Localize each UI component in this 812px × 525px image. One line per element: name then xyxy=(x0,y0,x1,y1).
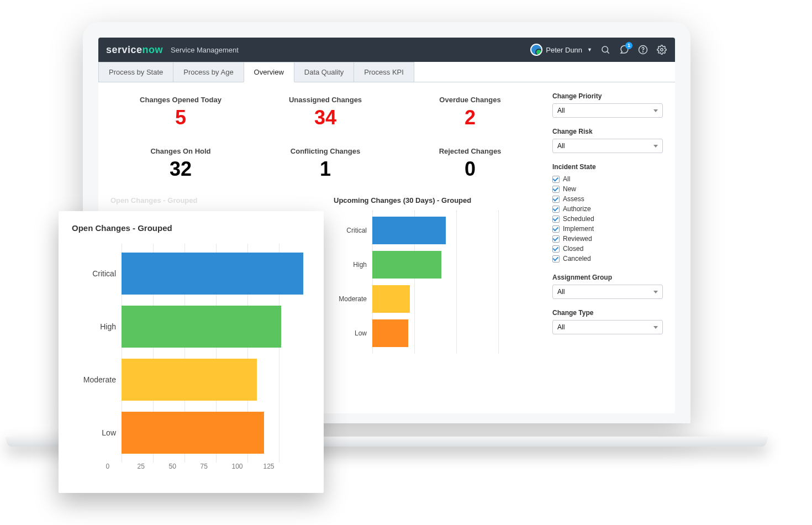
brand-logo: servicenow xyxy=(106,44,163,56)
bar-row-moderate[interactable]: Moderate xyxy=(372,282,540,316)
bar xyxy=(372,285,410,313)
kpi-title: Unassigned Changes xyxy=(255,96,396,104)
bar-label: Moderate xyxy=(72,375,116,384)
bar xyxy=(372,217,446,244)
tab-data-quality[interactable]: Data Quality xyxy=(294,62,355,82)
tick-label: 50 xyxy=(169,463,201,470)
filter-change-risk: Change Risk All xyxy=(552,128,663,153)
checkbox-assess[interactable]: Assess xyxy=(552,194,663,204)
bar-label: High xyxy=(334,261,367,269)
checkbox-label: New xyxy=(563,185,576,193)
svg-point-0 xyxy=(602,46,608,53)
svg-line-1 xyxy=(607,51,609,53)
kpi-value: 5 xyxy=(110,106,251,129)
search-icon[interactable] xyxy=(600,44,611,55)
bar-row-low[interactable]: Low xyxy=(372,316,540,350)
check-icon xyxy=(552,196,560,203)
bar-row-critical[interactable]: Critical xyxy=(122,247,310,300)
select-value: All xyxy=(557,142,565,150)
check-icon xyxy=(552,216,560,223)
kpi-title: Conflicting Changes xyxy=(255,147,396,155)
checkbox-new[interactable]: New xyxy=(552,184,663,194)
tab-process-by-state[interactable]: Process by State xyxy=(98,62,173,82)
tab-process-by-age[interactable]: Process by Age xyxy=(173,62,244,82)
filter-label: Change Risk xyxy=(552,128,663,135)
bar-row-moderate[interactable]: Moderate xyxy=(122,353,310,406)
tab-bar: Process by StateProcess by AgeOverviewDa… xyxy=(98,62,675,82)
tick-label: 100 xyxy=(232,463,263,470)
kpi-grid-top: Changes Opened Today5Unassigned Changes3… xyxy=(110,92,540,135)
bar xyxy=(122,412,264,454)
check-icon xyxy=(552,206,560,213)
check-icon xyxy=(552,176,560,183)
bar-row-low[interactable]: Low xyxy=(122,406,310,459)
tick-label: 125 xyxy=(263,463,295,470)
check-icon xyxy=(552,235,560,243)
check-icon xyxy=(552,186,560,193)
user-name: Peter Dunn xyxy=(546,46,582,54)
bar-row-high[interactable]: High xyxy=(372,248,540,282)
chart-plot: CriticalHighModerateLow xyxy=(372,210,540,354)
checkbox-implement[interactable]: Implement xyxy=(552,224,663,234)
chart-ticks: 0255075100125 xyxy=(122,463,310,470)
select-value: All xyxy=(557,288,565,296)
bar-label: High xyxy=(72,322,116,331)
bar-label: Low xyxy=(72,428,116,437)
kpi-value: 34 xyxy=(255,106,396,129)
select-change-priority[interactable]: All xyxy=(552,103,663,118)
bar xyxy=(372,319,408,347)
checkbox-label: Authorize xyxy=(563,205,591,213)
tab-overview[interactable]: Overview xyxy=(244,62,294,82)
checkbox-canceled[interactable]: Canceled xyxy=(552,254,663,264)
kpi-grid-bottom: Changes On Hold32Conflicting Changes1Rej… xyxy=(110,144,540,186)
bar-row-critical[interactable]: Critical xyxy=(372,213,540,248)
check-icon xyxy=(552,255,560,262)
chevron-down-icon: ▼ xyxy=(587,47,592,53)
checkbox-reviewed[interactable]: Reviewed xyxy=(552,234,663,244)
chart-plot: CriticalHighModerateLow xyxy=(122,244,310,463)
kpi-card[interactable]: Unassigned Changes34 xyxy=(255,92,396,135)
kpi-title: Changes On Hold xyxy=(110,147,251,155)
app-header: servicenow Service Management Peter Dunn… xyxy=(98,38,675,62)
checkbox-label: Closed xyxy=(563,245,583,253)
select-change-risk[interactable]: All xyxy=(552,139,663,153)
select-value: All xyxy=(557,107,565,114)
kpi-card[interactable]: Changes On Hold32 xyxy=(110,144,251,186)
bar-label: Moderate xyxy=(334,295,367,303)
brand-suffix: now xyxy=(143,44,164,56)
kpi-title: Changes Opened Today xyxy=(110,96,251,104)
select-assignment-group[interactable]: All xyxy=(552,285,663,299)
kpi-card[interactable]: Changes Opened Today5 xyxy=(110,92,251,135)
svg-point-4 xyxy=(661,49,663,51)
checkbox-all[interactable]: All xyxy=(552,174,663,184)
checkbox-authorize[interactable]: Authorize xyxy=(552,204,663,214)
kpi-value: 0 xyxy=(400,158,540,181)
checkbox-label: Scheduled xyxy=(563,215,594,223)
select-change-type[interactable]: All xyxy=(552,320,663,334)
tab-process-kpi[interactable]: Process KPI xyxy=(354,62,414,82)
bar-label: Critical xyxy=(72,269,116,278)
bar xyxy=(122,359,257,401)
filter-label: Change Priority xyxy=(552,92,663,100)
kpi-card[interactable]: Rejected Changes0 xyxy=(400,144,540,186)
chat-icon[interactable]: 1 xyxy=(619,44,630,55)
kpi-card[interactable]: Conflicting Changes1 xyxy=(255,144,396,186)
kpi-card[interactable]: Overdue Changes2 xyxy=(400,92,540,135)
checkbox-label: Reviewed xyxy=(563,235,592,243)
popout-chart-open-changes: Open Changes - Grouped CriticalHighModer… xyxy=(59,211,324,493)
gear-icon[interactable] xyxy=(656,44,667,55)
chart-title: Upcoming Changes (30 Days) - Grouped xyxy=(334,196,540,204)
checkbox-label: Assess xyxy=(563,195,584,203)
app-title: Service Management xyxy=(171,46,239,54)
bar-row-high[interactable]: High xyxy=(122,300,310,353)
chart-upcoming-changes: Upcoming Changes (30 Days) - Grouped Cri… xyxy=(334,196,540,354)
bar xyxy=(372,251,441,279)
brand-prefix: service xyxy=(106,44,143,56)
hbar-chart: CriticalHighModerateLow 0255075100125 xyxy=(72,244,310,470)
help-icon[interactable] xyxy=(637,44,648,55)
kpi-value: 1 xyxy=(255,158,396,181)
checkbox-scheduled[interactable]: Scheduled xyxy=(552,214,663,224)
bar xyxy=(122,306,281,348)
checkbox-closed[interactable]: Closed xyxy=(552,244,663,254)
user-menu[interactable]: Peter Dunn ▼ xyxy=(530,44,592,56)
